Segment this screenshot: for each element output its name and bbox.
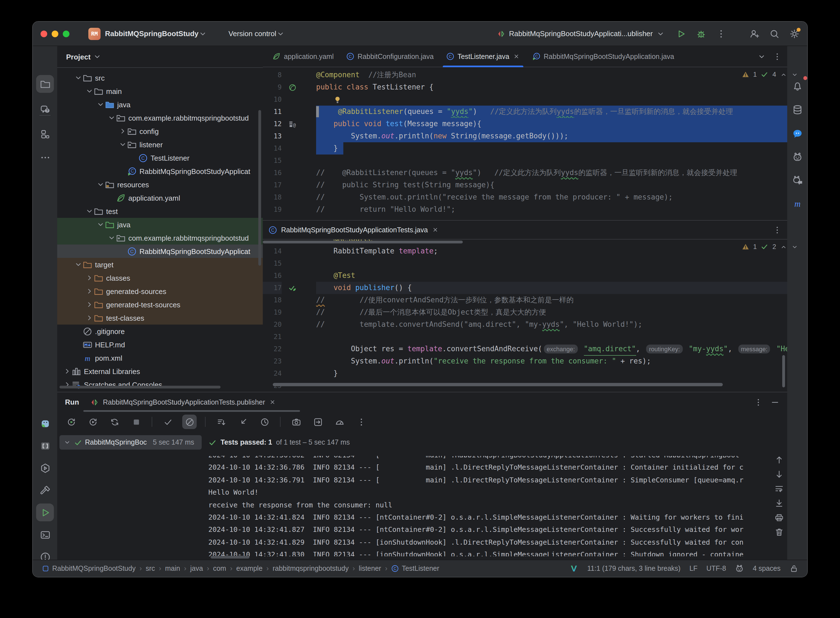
code-line-17[interactable]: 17// public String test(String message){ (263, 179, 787, 191)
more-actions-icon[interactable] (716, 29, 726, 39)
chevron-down-icon[interactable] (96, 220, 105, 229)
code-line-14[interactable]: 14 RabbitTemplate template; (263, 245, 787, 257)
editor2-vertical-scrollbar[interactable] (782, 355, 785, 387)
tree-item-com-example-rabbitmqspringbootstud[interactable]: com.example.rabbitmqspringbootstud (57, 231, 263, 245)
file-encoding[interactable]: UTF-8 (706, 565, 726, 572)
tree-item-external-libraries[interactable]: External Libraries (57, 365, 263, 378)
window-close-button[interactable] (40, 30, 47, 37)
chevron-right-icon[interactable] (118, 127, 127, 135)
listat-gutter-icon[interactable]: @ (288, 120, 297, 128)
tree-item-testlistener[interactable]: CTestListener (57, 151, 263, 165)
chevron-down-icon[interactable] (74, 73, 83, 82)
rail-more-tools[interactable] (36, 149, 54, 166)
tree-item-test[interactable]: test (57, 205, 263, 218)
code-line-14[interactable]: 14 } (263, 142, 787, 154)
chevron-down-icon[interactable] (118, 140, 127, 149)
run-tab[interactable]: RabbitMqSpringBootStudyApplicationTests.… (90, 398, 276, 407)
soft-wrap-icon[interactable] (775, 484, 784, 493)
code-line-20[interactable]: 20// template.convertAndSend("amq.direct… (263, 318, 787, 331)
tree-item-application-yaml[interactable]: application.yaml (57, 191, 263, 205)
code-line-19[interactable]: 19// //最后一个消息本体可以是Object类型，真是大大的方便 (263, 306, 787, 318)
rail-rabbitmq-messages-tool[interactable] (788, 171, 806, 189)
rail-project-tool[interactable] (36, 75, 54, 93)
testok-gutter-icon[interactable] (288, 284, 297, 292)
project-panel-header[interactable]: Project (57, 46, 263, 68)
tree-item-target[interactable]: target (57, 258, 263, 271)
chevron-right-icon[interactable] (63, 367, 72, 376)
more-vertical-icon[interactable] (773, 225, 782, 234)
chevron-right-icon[interactable] (85, 273, 94, 282)
prev-problem-icon[interactable] (780, 243, 787, 250)
print-icon[interactable] (775, 513, 784, 522)
project-name[interactable]: RabbitMQSpringBootStudy (105, 30, 199, 38)
code-line-11[interactable]: 11 @RabbitListener(queues = "yyds") //定义… (263, 105, 787, 118)
rail-build-tool[interactable] (36, 481, 54, 499)
code-line-16[interactable]: 16// @RabbitListener(queues = "yyds") //… (263, 167, 787, 179)
inspections-widget[interactable]: 12 (741, 243, 798, 251)
line-separator[interactable]: LF (689, 565, 698, 572)
code-line-23[interactable]: 23 System.out.println("receive the respo… (263, 355, 787, 367)
breadcrumb-src[interactable]: src (146, 565, 155, 572)
show-passed-button[interactable] (160, 414, 175, 429)
chevron-right-icon[interactable] (85, 300, 94, 309)
settings-icon[interactable] (790, 29, 800, 39)
tree-item-generated-sources[interactable]: generated-sources (57, 285, 263, 298)
code-line-12[interactable]: 12@ public void test(Message message){ (263, 118, 787, 130)
tree-item--gitignore[interactable]: .gitignore (57, 325, 263, 338)
snapshot-button[interactable] (289, 414, 303, 429)
hidden-tabs-icon[interactable] (757, 52, 766, 61)
inspections-widget[interactable]: 14 (741, 71, 798, 78)
chevron-down-icon[interactable] (96, 100, 105, 109)
tree-item-main[interactable]: main (57, 85, 263, 98)
breadcrumb-rabbitmqspringbootstudy[interactable]: RabbitMQSpringBootStudy (42, 565, 135, 572)
window-minimize-button[interactable] (52, 30, 58, 37)
sort-by-duration-button[interactable] (257, 414, 272, 429)
breadcrumb-com[interactable]: com (213, 565, 226, 572)
export-test-results-button[interactable] (310, 414, 325, 429)
tab-application-yaml[interactable]: application.yaml (266, 46, 340, 67)
chevron-down-icon[interactable] (85, 207, 94, 215)
close-icon[interactable] (512, 53, 520, 60)
rail-database-tool[interactable] (788, 101, 806, 118)
rail-notifications[interactable] (788, 77, 806, 95)
close-icon[interactable] (269, 398, 276, 406)
search-everywhere-icon[interactable] (769, 29, 779, 39)
rerun-tests-button[interactable] (64, 414, 78, 429)
prev-occurrence-icon[interactable] (775, 455, 784, 465)
breadcrumb-main[interactable]: main (165, 565, 180, 572)
console-horizontal-scrollbar[interactable] (211, 556, 249, 559)
rerun-failed-tests-button[interactable] (86, 414, 100, 429)
version-control-menu[interactable]: Version control (229, 30, 276, 38)
caret-position[interactable]: 11:1 (179 chars, 3 line breaks) (587, 565, 681, 572)
breadcrumb-example[interactable]: example (236, 565, 263, 572)
chevron-down-icon[interactable] (199, 29, 208, 38)
tree-item-help-md[interactable]: HELP.md (57, 338, 263, 351)
close-icon[interactable] (432, 226, 439, 233)
code-line-24[interactable]: 24 } (263, 367, 787, 380)
editor-test-listener[interactable]: 8@Component //注册为Bean9public class TestL… (263, 67, 787, 222)
rail-terminal-tool[interactable] (36, 526, 54, 544)
tree-item-generated-test-sources[interactable]: generated-test-sources (57, 298, 263, 311)
intention-bulb-icon[interactable] (334, 95, 342, 104)
chevron-down-icon[interactable] (74, 260, 83, 269)
code-line-13[interactable]: 13 System.out.println(new String(message… (263, 130, 787, 142)
test-history-button[interactable] (107, 414, 122, 429)
run-configuration[interactable]: RabbitMqSpringBootStudyApplicati...ublis… (497, 29, 665, 38)
breadcrumb-testlistener[interactable]: CTestListener (391, 565, 439, 572)
console-output[interactable]: 2024-10-10 14:32:36.662 INFO 82134 --- [… (208, 449, 768, 556)
lock-open-icon[interactable] (790, 564, 798, 573)
more-options-button[interactable] (354, 414, 368, 429)
code-with-me-icon[interactable] (749, 29, 760, 39)
sort-alphabetically-button[interactable] (214, 414, 229, 429)
debug-button-icon[interactable] (696, 29, 706, 39)
rabbitmq-icon[interactable] (735, 564, 744, 573)
tree-item-pom-xml[interactable]: mpom.xml (57, 351, 263, 365)
tree-item-resources[interactable]: resources (57, 178, 263, 191)
tab-rabbitconfiguration-java[interactable]: CRabbitConfiguration.java (340, 46, 440, 67)
test-tree-node[interactable]: RabbitMqSpringBoc 5 sec 147 ms (59, 435, 202, 450)
rail-ai-chat-tool[interactable] (788, 125, 806, 142)
chevron-right-icon[interactable] (85, 287, 94, 296)
breadcrumb-rabbitmqspringbootstudy[interactable]: rabbitmqspringbootstudy (273, 565, 349, 572)
code-line-15[interactable]: 15 (263, 257, 787, 270)
rail-plugin-mascot[interactable] (36, 414, 54, 432)
